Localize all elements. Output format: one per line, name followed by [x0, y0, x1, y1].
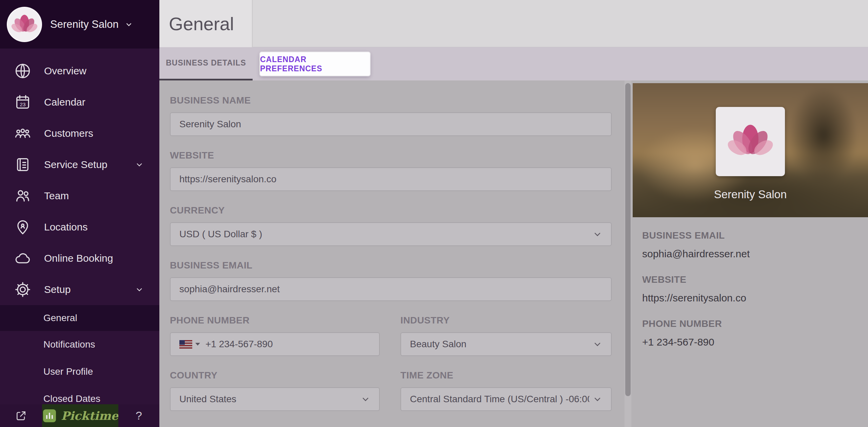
cloud-icon — [14, 249, 32, 267]
business-email-value: sophia@hairdresser.net — [179, 284, 280, 295]
sidebar: Serenity Salon Overview 23 — [0, 0, 159, 427]
sidebar-item-label: Calendar — [44, 96, 85, 108]
service-setup-icon — [14, 155, 32, 174]
business-avatar — [7, 7, 42, 42]
sidebar-item-label: Setup — [44, 284, 71, 295]
vertical-scrollbar-thumb[interactable] — [625, 83, 631, 396]
page-title: General — [169, 13, 234, 34]
sidebar-item-team[interactable]: Team — [0, 180, 159, 211]
timezone-value: Central Standard Time (US/Central ) -06:… — [410, 394, 589, 405]
sidebar-item-locations[interactable]: Locations — [0, 211, 159, 243]
industry-label: INDUSTRY — [400, 315, 612, 326]
page-title-box: General — [159, 0, 253, 47]
chevron-down-icon — [134, 284, 144, 295]
business-details-form: BUSINESS NAME Serenity Salon WEBSITE htt… — [170, 80, 612, 411]
sidebar-item-overview[interactable]: Overview — [0, 55, 159, 87]
country-value: United States — [179, 394, 357, 405]
website-value: https://serenitysalon.co — [179, 174, 276, 185]
us-flag-icon — [179, 340, 192, 349]
customers-icon — [14, 124, 32, 143]
business-name-label: BUSINESS NAME — [170, 95, 612, 106]
country-select[interactable]: United States — [170, 387, 380, 411]
lotus-logo-icon — [725, 116, 776, 167]
tab-calendar-preferences[interactable]: CALENDAR PREFERENCES — [260, 52, 370, 76]
external-link-button[interactable] — [0, 404, 42, 427]
website-input[interactable]: https://serenitysalon.co — [170, 167, 612, 191]
sidebar-item-label: Online Booking — [44, 253, 113, 264]
business-cover-photo: Serenity Salon — [633, 83, 868, 217]
sidebar-item-label: Overview — [44, 65, 86, 77]
business-summary-fields: BUSINESS EMAIL sophia@hairdresser.net WE… — [642, 230, 863, 362]
sidebar-item-online-booking[interactable]: Online Booking — [0, 243, 159, 274]
sidebar-item-setup[interactable]: Setup — [0, 274, 159, 305]
chevron-down-icon — [593, 394, 602, 404]
team-icon — [14, 187, 32, 205]
gear-icon — [14, 280, 32, 299]
tab-bar: BUSINESS DETAILS CALENDAR PREFERENCES — [159, 47, 868, 80]
chevron-down-icon — [134, 160, 144, 170]
sidebar-nav: Overview 23 Calendar — [0, 49, 159, 412]
page-header: General — [159, 0, 868, 47]
business-name-value: Serenity Salon — [179, 119, 241, 130]
chevron-down-icon — [593, 229, 602, 239]
tab-business-details[interactable]: BUSINESS DETAILS — [159, 47, 253, 80]
phone-number-input[interactable]: +1 234-567-890 — [170, 332, 380, 356]
lotus-logo-icon — [10, 10, 39, 39]
sidebar-item-calendar[interactable]: 23 Calendar — [0, 87, 159, 118]
vertical-scrollbar-track[interactable] — [625, 80, 631, 427]
sidebar-item-customers[interactable]: Customers — [0, 118, 159, 149]
timezone-label: TIME ZONE — [400, 370, 612, 381]
main-area: General BUSINESS DETAILS CALENDAR PREFER… — [159, 0, 868, 427]
chevron-down-icon — [124, 20, 134, 29]
currency-select[interactable]: USD ( US Dollar $ ) — [170, 222, 612, 246]
currency-label: CURRENCY — [170, 205, 612, 216]
picktime-logo[interactable]: Picktime — [42, 404, 118, 427]
picktime-icon — [42, 408, 57, 423]
timezone-select[interactable]: Central Standard Time (US/Central ) -06:… — [400, 387, 612, 411]
tab-label: CALENDAR PREFERENCES — [260, 55, 370, 73]
summary-business-email-value: sophia@hairdresser.net — [642, 247, 863, 260]
sidebar-subitem-notifications[interactable]: Notifications — [0, 331, 159, 358]
calendar-icon: 23 — [14, 93, 32, 111]
sidebar-item-service-setup[interactable]: Service Setup — [0, 149, 159, 180]
website-label: WEBSITE — [170, 150, 612, 161]
business-name-input[interactable]: Serenity Salon — [170, 112, 612, 136]
help-icon: ? — [136, 409, 142, 422]
tab-label: BUSINESS DETAILS — [166, 58, 246, 68]
phone-number-value: +1 234-567-890 — [205, 339, 273, 350]
business-switcher[interactable]: Serenity Salon — [0, 0, 159, 49]
globe-icon — [14, 62, 32, 80]
help-button[interactable]: ? — [118, 404, 159, 427]
sidebar-subitem-general[interactable]: General — [0, 305, 159, 331]
summary-website-label: WEBSITE — [642, 274, 863, 285]
business-profile-panel: Serenity Salon BUSINESS EMAIL sophia@hai… — [633, 80, 868, 427]
content-area: BUSINESS NAME Serenity Salon WEBSITE htt… — [159, 80, 868, 427]
chevron-down-icon — [593, 339, 602, 349]
app-root: Serenity Salon Overview 23 — [0, 0, 868, 427]
business-display-name: Serenity Salon — [633, 188, 868, 201]
calendar-day-number: 23 — [20, 101, 26, 107]
summary-phone-value: +1 234-567-890 — [642, 336, 863, 349]
summary-website-value: https://serenitysalon.co — [642, 292, 863, 304]
sidebar-item-label: Service Setup — [44, 159, 107, 170]
summary-business-email-label: BUSINESS EMAIL — [642, 230, 863, 241]
business-email-input[interactable]: sophia@hairdresser.net — [170, 277, 612, 301]
business-email-label: BUSINESS EMAIL — [170, 260, 612, 271]
sidebar-subitem-user-profile[interactable]: User Profile — [0, 358, 159, 385]
sidebar-item-label: Customers — [44, 128, 93, 139]
summary-phone-label: PHONE NUMBER — [642, 318, 863, 330]
location-pin-icon — [14, 218, 32, 236]
currency-value: USD ( US Dollar $ ) — [179, 229, 589, 240]
phone-country-selector[interactable] — [179, 340, 200, 349]
sidebar-footer: Picktime ? — [0, 404, 159, 427]
business-name: Serenity Salon — [50, 18, 119, 31]
sidebar-item-label: Team — [44, 190, 69, 202]
chevron-down-icon — [361, 394, 370, 404]
industry-select[interactable]: Beauty Salon — [400, 332, 612, 356]
external-link-icon — [14, 409, 28, 423]
picktime-wordmark: Picktime — [61, 409, 118, 423]
country-label: COUNTRY — [170, 370, 380, 381]
phone-number-label: PHONE NUMBER — [170, 315, 380, 326]
sidebar-item-label: Locations — [44, 221, 87, 233]
industry-value: Beauty Salon — [410, 339, 589, 350]
